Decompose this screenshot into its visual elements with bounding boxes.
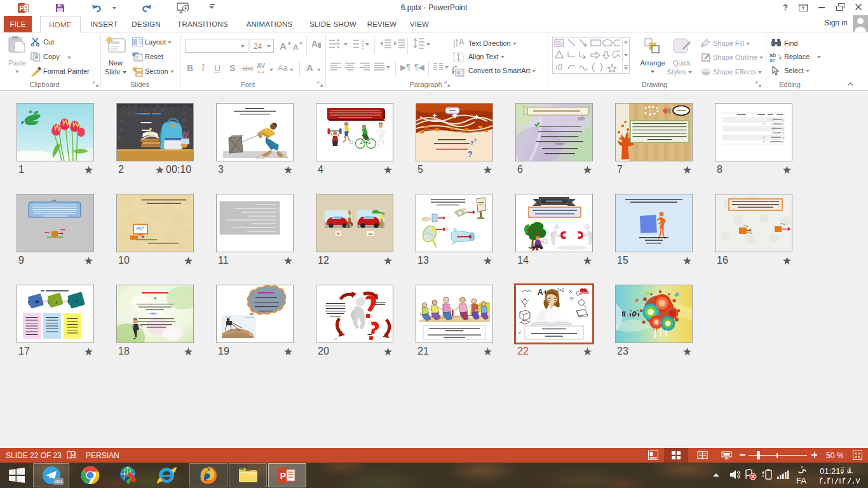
svg-text:?: ? bbox=[468, 150, 472, 159]
svg-text:P: P bbox=[280, 471, 286, 481]
svg-text:?!: ?! bbox=[569, 296, 574, 302]
svg-text:?: ? bbox=[474, 139, 477, 143]
svg-text:?: ? bbox=[470, 140, 474, 146]
svg-text:ac: ac bbox=[770, 57, 776, 62]
svg-text:√: √ bbox=[519, 330, 521, 335]
svg-text:3: 3 bbox=[362, 46, 364, 49]
svg-text:A: A bbox=[459, 37, 465, 46]
svg-text:2×2: 2×2 bbox=[557, 288, 564, 292]
